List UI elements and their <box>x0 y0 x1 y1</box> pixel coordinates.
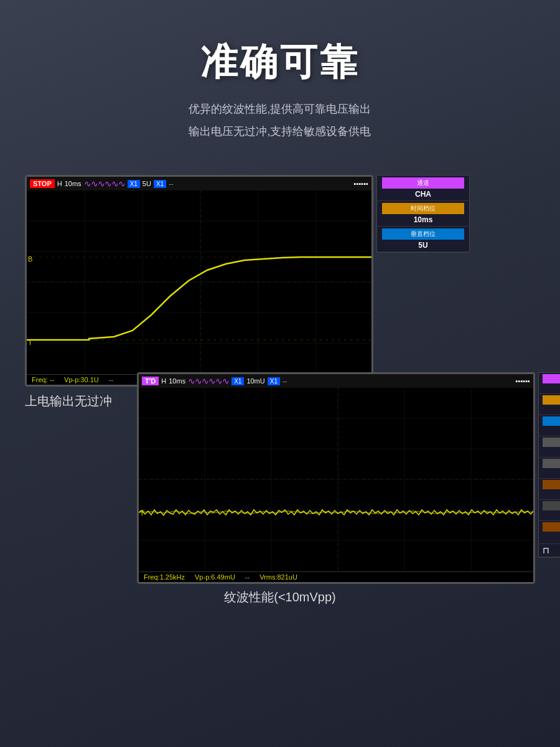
scale-badge-bottom: X1 <box>231 377 244 385</box>
sidebar-channel-value: CHA <box>382 190 464 199</box>
b-sidebar-triglevel-row: 触发阈值 563uU <box>539 479 560 500</box>
volt-badge-top: 5U <box>142 180 151 187</box>
osc-bottom-screen: T'D H 10ms ∿∿∿∿∿∿ X1 10mU X1 -- ▪▪▪▪▪▪ <box>137 372 535 584</box>
b-sidebar-hoffset-value: 0.00ns <box>543 448 560 456</box>
sidebar-vert-label: 垂直档位 <box>382 228 464 240</box>
wave-icon: ⊓ <box>543 545 549 555</box>
osc-top: STOP H 10ms ∿∿∿∿∿∿ X1 5U X1 -- ▪▪▪▪▪▪ <box>25 175 373 387</box>
osc-top-sidebar: 通道 CHA 时间档位 10ms 垂直档位 5U <box>376 175 470 253</box>
b-sidebar-voffset-label: 垂直偏移 <box>543 459 560 468</box>
vrms-bottom: Vrms:821uU <box>259 573 297 581</box>
scale-badge-top: X1 <box>128 180 140 188</box>
sidebar-time-row: 时间档位 10ms <box>377 201 469 227</box>
b-sidebar-time-value: 10ms <box>543 406 560 413</box>
osc-bottom-footer: Freq:1.25kHz Vp-p:6.49mU -- Vrms:821uU <box>139 571 533 582</box>
scale-badge-top2: X1 <box>154 180 166 188</box>
osc-top-screen: STOP H 10ms ∿∿∿∿∿∿ X1 5U X1 -- ▪▪▪▪▪▪ <box>25 175 373 387</box>
b-sidebar-channel-value: CHA <box>543 385 560 392</box>
b-sidebar-time-row: 时间档位 10ms <box>539 394 560 415</box>
sidebar-vert-row: 垂直档位 5U <box>377 227 469 252</box>
vpp-bottom: Vp-p:6.49mU <box>195 573 235 581</box>
b-sidebar-vert-row: 垂直档位 10mU <box>539 415 560 436</box>
scale-badge-bottom2: X1 <box>268 377 280 385</box>
sidebar-channel-label: 通道 <box>382 177 464 189</box>
b-sidebar-triglevel-label: 触发阈值 <box>543 480 560 489</box>
dash-top: -- <box>169 180 173 187</box>
mode-badge-bottom: H <box>161 377 166 385</box>
b-sidebar-channel-label: 通道 <box>543 374 560 383</box>
subtitle: 优异的纹波性能,提供高可靠电压输出 输出电压无过冲,支持给敏感设备供电 <box>189 98 371 143</box>
b-sidebar-hoffset-label: 水平偏移 <box>543 438 560 447</box>
b-sidebar-voffset-value: 0.00uU <box>543 469 560 477</box>
subtitle-line1: 优异的纹波性能,提供高可靠电压输出 <box>189 98 371 120</box>
bottom-caption: 纹波性能(<10mVpp) <box>224 589 336 606</box>
oscilloscope-container: STOP H 10ms ∿∿∿∿∿∿ X1 5U X1 -- ▪▪▪▪▪▪ <box>6 175 554 606</box>
svg-text:B: B <box>28 255 32 263</box>
b-sidebar-trigtype-value: CHA-上 <box>543 533 560 542</box>
sidebar-channel-row: 通道 CHA <box>377 176 469 201</box>
top-caption-area: 上电输出无过冲 <box>25 393 112 410</box>
mode-badge: H <box>57 180 62 187</box>
subtitle-line2: 输出电压无过冲,支持给敏感设备供电 <box>189 120 371 143</box>
title-section: 准确可靠 优异的纹波性能,提供高可靠电压输出 输出电压无过冲,支持给敏感设备供电 <box>189 0 371 143</box>
battery-top: ▪▪▪▪▪▪ <box>354 180 368 187</box>
wave-indicator-bottom: ∿∿∿∿∿∿ <box>188 376 229 386</box>
osc-top-header: STOP H 10ms ∿∿∿∿∿∿ X1 5U X1 -- ▪▪▪▪▪▪ <box>27 177 371 190</box>
freq-top: Freq: -- <box>32 376 54 383</box>
b-sidebar-vert-value: 10mU <box>543 427 560 435</box>
waveform-top-svg: T B <box>27 190 373 374</box>
stop-badge: STOP <box>30 179 55 188</box>
top-caption: 上电输出无过冲 <box>25 394 112 408</box>
b-sidebar-time-label: 时间档位 <box>543 395 560 405</box>
volt-badge-bottom: 10mU <box>246 377 264 385</box>
freq-bottom: Freq:1.25kHz <box>144 573 185 581</box>
b-sidebar-trigtype-label: 触发类型 <box>543 522 560 532</box>
b-sidebar-coupling-row: 耦合方式 AC <box>539 500 560 521</box>
sidebar-vert-value: 5U <box>382 241 464 250</box>
b-sidebar-coupling-label: 耦合方式 <box>543 501 560 510</box>
b-sidebar-triglevel-value: 563uU <box>543 491 560 498</box>
b-sidebar-voffset-row: 垂直偏移 0.00uU <box>539 458 560 479</box>
dash-bottom: -- <box>282 377 287 385</box>
osc-bottom-header: T'D H 10ms ∿∿∿∿∿∿ X1 10mU X1 -- ▪▪▪▪▪▪ <box>139 374 533 388</box>
dash-bottom2: -- <box>245 573 250 581</box>
osc-bottom-sidebar: 通道 CHA 时间档位 10ms 垂直档位 10mU 水平偏移 0.00ns 垂… <box>538 372 560 558</box>
svg-text:T: T <box>140 509 144 517</box>
timebase-top: 10ms <box>65 180 82 187</box>
battery-bottom: ▪▪▪▪▪▪ <box>516 377 530 385</box>
timebase-bottom: 10ms <box>169 377 185 385</box>
td-badge: T'D <box>142 377 159 385</box>
vpp-top: Vp-p:30.1U <box>64 376 99 383</box>
b-sidebar-coupling-value: AC <box>543 512 560 519</box>
waveform-bottom-svg: T <box>139 388 535 571</box>
wave-indicator-top: ∿∿∿∿∿∿ <box>84 179 125 189</box>
page-title: 准确可靠 <box>189 37 371 88</box>
b-sidebar-bottom-row: ⊓ 1 <box>539 544 560 557</box>
osc-bottom: T'D H 10ms ∿∿∿∿∿∿ X1 10mU X1 -- ▪▪▪▪▪▪ <box>137 372 535 584</box>
sidebar-time-label: 时间档位 <box>382 203 464 214</box>
b-sidebar-trigtype-row: 触发类型 CHA-上 <box>539 521 560 544</box>
b-sidebar-channel-row: 通道 CHA <box>539 373 560 394</box>
dash2-top: -- <box>109 376 113 383</box>
sidebar-time-value: 10ms <box>382 215 464 224</box>
b-sidebar-vert-label: 垂直档位 <box>543 416 560 426</box>
b-sidebar-hoffset-row: 水平偏移 0.00ns <box>539 436 560 458</box>
